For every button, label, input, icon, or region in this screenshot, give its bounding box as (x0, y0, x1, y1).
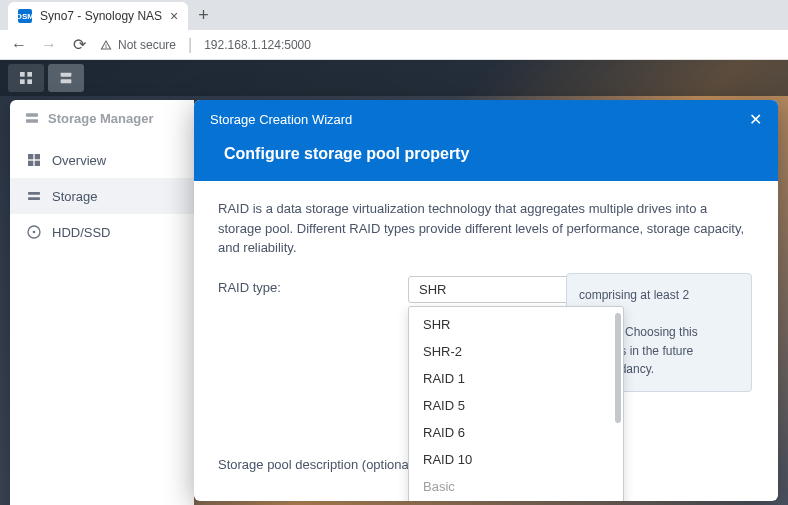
svg-rect-7 (26, 119, 38, 122)
wizard-title: Configure storage pool property (194, 139, 778, 181)
raid-option-raid10[interactable]: RAID 10 (409, 446, 623, 473)
svg-rect-6 (26, 113, 38, 116)
raid-type-value: SHR (419, 282, 446, 297)
svg-rect-5 (61, 79, 72, 83)
synology-desktop: Storage Manager Overview Storage HDD/SSD… (0, 60, 788, 505)
storage-icon (26, 188, 42, 204)
tab-title: Syno7 - Synology NAS (40, 9, 162, 23)
raid-option-raid1[interactable]: RAID 1 (409, 365, 623, 392)
wizard-body: RAID is a data storage virtualization te… (194, 181, 778, 496)
nav-label: Overview (52, 153, 106, 168)
svg-rect-4 (61, 73, 72, 77)
wizard-header: Storage Creation Wizard ✕ (194, 100, 778, 139)
storage-manager-nav: Overview Storage HDD/SSD (10, 136, 194, 250)
raid-type-label: RAID type: (218, 276, 408, 295)
toolbar-storage-icon[interactable] (48, 64, 84, 92)
storage-manager-window: Storage Manager Overview Storage HDD/SSD (10, 100, 194, 505)
raid-option-raid6[interactable]: RAID 6 (409, 419, 623, 446)
svg-rect-1 (27, 72, 32, 77)
desktop-toolbar (0, 60, 788, 96)
browser-tab-strip: DSM Syno7 - Synology NAS × + (0, 0, 788, 30)
wizard-description: RAID is a data storage virtualization te… (218, 199, 752, 258)
url-text[interactable]: 192.168.1.124:5000 (204, 38, 311, 52)
close-tab-icon[interactable]: × (170, 8, 178, 24)
close-icon[interactable]: ✕ (749, 110, 762, 129)
nav-storage[interactable]: Storage (10, 178, 194, 214)
raid-option-shr[interactable]: SHR (409, 311, 623, 338)
security-status[interactable]: Not secure (100, 38, 176, 52)
storage-creation-wizard: Storage Creation Wizard ✕ Configure stor… (194, 100, 778, 501)
divider: | (188, 36, 192, 54)
svg-rect-8 (28, 154, 33, 159)
raid-option-basic[interactable]: Basic (409, 473, 623, 500)
wizard-header-title: Storage Creation Wizard (210, 112, 352, 127)
nav-hdd-ssd[interactable]: HDD/SSD (10, 214, 194, 250)
warning-icon (100, 39, 112, 51)
hint-line: comprising at least 2 (579, 286, 739, 305)
back-icon[interactable]: ← (10, 36, 28, 54)
svg-rect-11 (35, 161, 40, 166)
raid-option-shr2[interactable]: SHR-2 (409, 338, 623, 365)
reload-icon[interactable]: ⟳ (70, 35, 88, 54)
svg-rect-10 (28, 161, 33, 166)
browser-tab[interactable]: DSM Syno7 - Synology NAS × (8, 2, 188, 30)
new-tab-button[interactable]: + (188, 5, 219, 26)
nav-label: HDD/SSD (52, 225, 111, 240)
hdd-icon (26, 224, 42, 240)
raid-option-raid5[interactable]: RAID 5 (409, 392, 623, 419)
address-bar: ← → ⟳ Not secure | 192.168.1.124:5000 (0, 30, 788, 60)
pool-description-label: Storage pool description (optional): (218, 453, 420, 472)
toolbar-grid-icon[interactable] (8, 64, 44, 92)
forward-icon: → (40, 36, 58, 54)
svg-rect-12 (28, 192, 40, 195)
svg-rect-9 (35, 154, 40, 159)
svg-rect-3 (27, 79, 32, 84)
dropdown-scrollbar[interactable] (615, 313, 621, 423)
storage-manager-icon (24, 110, 40, 126)
svg-rect-0 (20, 72, 25, 77)
svg-rect-2 (20, 79, 25, 84)
svg-point-15 (33, 231, 36, 234)
nav-overview[interactable]: Overview (10, 142, 194, 178)
nav-label: Storage (52, 189, 98, 204)
raid-type-dropdown: SHR SHR-2 RAID 1 RAID 5 RAID 6 RAID 10 B… (408, 306, 624, 502)
storage-manager-header: Storage Manager (10, 100, 194, 136)
favicon: DSM (18, 9, 32, 23)
svg-rect-13 (28, 197, 40, 200)
overview-icon (26, 152, 42, 168)
